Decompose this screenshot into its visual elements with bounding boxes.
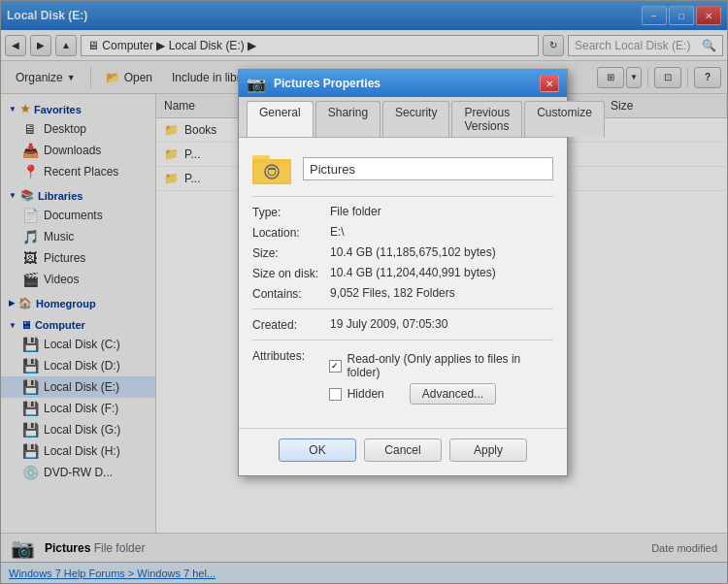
location-label: Location: — [252, 225, 330, 240]
folder-name-input[interactable] — [303, 157, 553, 180]
dialog-folder-name-row — [252, 151, 553, 186]
hidden-attr-row: Hidden Advanced... — [329, 383, 553, 405]
ok-button[interactable]: OK — [279, 438, 356, 462]
readonly-attr-row: Read-only (Only applies to files in fold… — [329, 352, 553, 379]
dialog-title-bar: 📷 Pictures Properties ✕ — [239, 70, 567, 97]
size-on-disk-label: Size on disk: — [252, 266, 330, 280]
created-value: 19 July 2009, 07:05:30 — [330, 317, 553, 331]
svg-rect-7 — [268, 168, 276, 170]
tab-previous-versions[interactable]: Previous Versions — [451, 101, 522, 137]
dialog-attributes: Read-only (Only applies to files in fold… — [329, 352, 553, 408]
dialog-close-button[interactable]: ✕ — [540, 75, 559, 92]
dialog-footer: OK Cancel Apply — [239, 428, 567, 475]
contains-label: Contains: — [252, 286, 330, 301]
readonly-label: Read-only (Only applies to files in fold… — [347, 352, 553, 379]
advanced-button[interactable]: Advanced... — [410, 383, 496, 405]
location-value: E:\ — [330, 225, 553, 239]
dialog-row-type: Type: File folder — [252, 205, 553, 219]
dialog-tabs: General Sharing Security Previous Versio… — [239, 97, 567, 138]
size-value: 10.4 GB (11,185,675,102 bytes) — [330, 245, 553, 259]
dialog-row-size-on-disk: Size on disk: 10.4 GB (11,204,440,991 by… — [252, 266, 553, 280]
tab-sharing[interactable]: Sharing — [315, 101, 381, 137]
dialog-separator-1 — [252, 196, 553, 197]
dialog-title-icon: 📷 — [247, 75, 266, 93]
contains-value: 9,052 Files, 182 Folders — [330, 286, 553, 300]
tab-security[interactable]: Security — [382, 101, 449, 137]
main-window: Local Disk (E:) − □ ✕ ◀ ▶ ▲ 🖥 Computer ▶… — [0, 0, 728, 584]
properties-dialog: 📷 Pictures Properties ✕ General Sharing … — [238, 69, 568, 476]
type-value: File folder — [330, 205, 553, 218]
dialog-separator-3 — [252, 340, 553, 341]
size-on-disk-value: 10.4 GB (11,204,440,991 bytes) — [330, 266, 553, 279]
dialog-row-created: Created: 19 July 2009, 07:05:30 — [252, 317, 553, 332]
type-label: Type: — [252, 205, 330, 219]
tab-general[interactable]: General — [247, 101, 314, 137]
apply-button[interactable]: Apply — [449, 438, 527, 462]
dialog-title: Pictures Properties — [274, 77, 540, 90]
size-label: Size: — [252, 245, 330, 260]
dialog-separator-2 — [252, 308, 553, 309]
dialog-row-size: Size: 10.4 GB (11,185,675,102 bytes) — [252, 245, 553, 260]
created-label: Created: — [252, 317, 330, 332]
dialog-row-contains: Contains: 9,052 Files, 182 Folders — [252, 286, 553, 301]
cancel-button[interactable]: Cancel — [364, 438, 442, 462]
attributes-label: Attributes: — [252, 348, 329, 363]
dialog-overlay: 📷 Pictures Properties ✕ General Sharing … — [1, 1, 727, 583]
tab-customize[interactable]: Customize — [524, 101, 605, 137]
dialog-row-attributes: Attributes: Read-only (Only applies to f… — [252, 348, 553, 408]
svg-rect-4 — [254, 163, 289, 182]
hidden-label: Hidden — [347, 387, 384, 401]
dialog-row-location: Location: E:\ — [252, 225, 553, 240]
dialog-folder-icon — [252, 151, 291, 186]
dialog-body: Type: File folder Location: E:\ Size: 10… — [239, 138, 567, 428]
hidden-checkbox[interactable] — [329, 388, 342, 401]
readonly-checkbox[interactable] — [329, 360, 342, 373]
